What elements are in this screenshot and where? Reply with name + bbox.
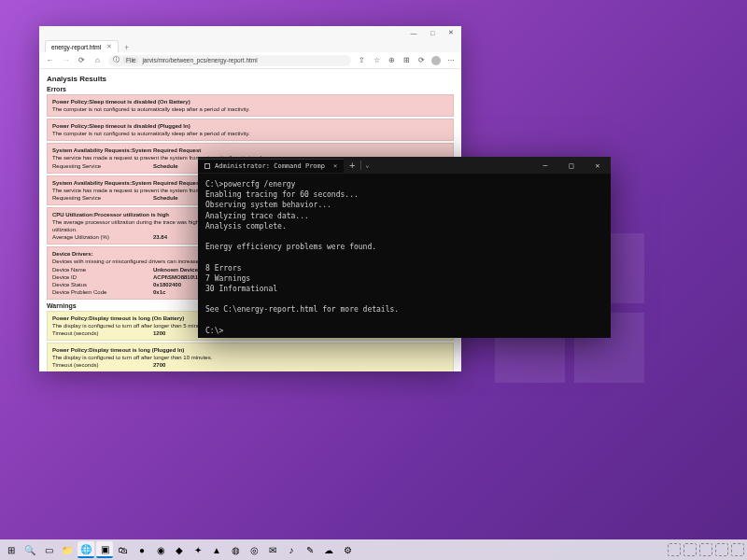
card-title: Power Policy:Sleep timeout is disabled (… xyxy=(52,98,448,105)
taskbar-app10[interactable]: ☁ xyxy=(320,541,337,558)
terminal-new-tab-button[interactable]: + xyxy=(344,161,360,171)
forward-icon[interactable]: → xyxy=(61,55,71,65)
row-label: Device Problem Code xyxy=(52,288,146,296)
taskbar-store[interactable]: 🛍 xyxy=(115,541,132,558)
back-icon[interactable]: ← xyxy=(45,55,55,65)
taskbar-explorer[interactable]: 📁 xyxy=(59,541,76,558)
taskbar: ⊞🔍▭📁🌐▣🛍●◉◆✦▲◍◎✉♪✎☁⚙ xyxy=(0,539,747,560)
chevron-down-icon[interactable]: ⌄ xyxy=(361,161,373,169)
tray-placeholder[interactable] xyxy=(715,543,728,556)
terminal-close-button[interactable]: ✕ xyxy=(585,157,611,174)
card-row: Timeout (seconds)2700 xyxy=(52,361,448,369)
row-label: Timeout (seconds) xyxy=(52,329,146,337)
card-title: Power Policy:Sleep timeout is disabled (… xyxy=(52,122,448,130)
terminal-maximize-button[interactable]: □ xyxy=(558,157,585,174)
card-desc: The computer is not configured to automa… xyxy=(52,130,448,137)
terminal-window: Administrator: Command Promp ✕ + ⌄ — □ ✕… xyxy=(198,157,611,338)
refresh-icon[interactable]: ⟳ xyxy=(77,55,87,65)
taskbar-app1[interactable]: ● xyxy=(134,541,150,558)
row-label: Average Utilization (%) xyxy=(52,233,146,241)
card-desc: The computer is not configured to automa… xyxy=(52,105,448,113)
tab-title: energy-report.html xyxy=(51,44,101,50)
taskbar-edge[interactable]: 🌐 xyxy=(78,541,94,558)
browser-minimize-button[interactable]: — xyxy=(409,28,418,37)
row-label: Device Status xyxy=(52,281,146,288)
card-title: System Availability Requests:System Requ… xyxy=(52,147,448,154)
browser-tab[interactable]: energy-report.html ✕ xyxy=(45,40,119,52)
taskbar-chrome[interactable]: ◉ xyxy=(152,541,169,558)
taskbar-app4[interactable]: ▲ xyxy=(208,541,225,558)
row-label: Requesting Service xyxy=(52,194,146,202)
taskbar-app2[interactable]: ◆ xyxy=(171,541,188,558)
terminal-tab-title: Administrator: Command Promp xyxy=(215,162,325,170)
browser-toolbar: ← → ⟳ ⌂ ⓘ File jarvis/mro/between_pcs/en… xyxy=(39,52,461,69)
sync-icon[interactable]: ⟳ xyxy=(416,55,427,65)
row-value: 1200 xyxy=(153,329,165,337)
taskbar-tray xyxy=(668,543,744,556)
tray-placeholder[interactable] xyxy=(731,543,744,556)
taskbar-app6[interactable]: ◎ xyxy=(246,541,262,558)
browser-toolbar-right: ⇪ ☆ ⊕ ⊞ ⟳ ⋯ xyxy=(357,55,456,65)
errors-heading: Errors xyxy=(47,86,454,92)
collections-icon[interactable]: ⊕ xyxy=(387,55,397,65)
close-icon[interactable]: ✕ xyxy=(330,162,337,170)
row-label: Device Name xyxy=(52,266,146,273)
row-label: Requesting Service xyxy=(52,162,146,170)
row-value: Schedule xyxy=(153,194,178,202)
browser-close-button[interactable]: ✕ xyxy=(446,28,456,37)
row-label: Timeout (seconds) xyxy=(52,361,146,369)
close-icon[interactable]: ✕ xyxy=(106,43,112,50)
terminal-output[interactable]: C:\>powercfg /energy Enabling tracing fo… xyxy=(198,174,611,338)
read-aloud-icon[interactable]: ⇪ xyxy=(357,55,367,65)
terminal-titlebar: Administrator: Command Promp ✕ + ⌄ — □ ✕ xyxy=(198,157,611,174)
taskbar-app9[interactable]: ✎ xyxy=(302,541,318,558)
taskbar-app11[interactable]: ⚙ xyxy=(339,541,356,558)
tray-placeholder[interactable] xyxy=(684,543,697,556)
tray-placeholder[interactable] xyxy=(699,543,712,556)
row-value: ACPI\SMO8810\1 xyxy=(153,273,198,281)
browser-titlebar: — □ ✕ xyxy=(39,26,461,39)
terminal-minimize-button[interactable]: — xyxy=(532,157,558,174)
analysis-heading: Analysis Results xyxy=(47,75,454,83)
favorite-icon[interactable]: ☆ xyxy=(372,55,382,65)
url-scheme-pill: File xyxy=(123,57,138,63)
row-value: Unknown Device xyxy=(153,266,198,273)
browser-new-tab-button[interactable]: + xyxy=(120,43,133,52)
address-bar[interactable]: ⓘ File jarvis/mro/between_pcs/energy-rep… xyxy=(108,55,351,66)
row-value: Schedule xyxy=(153,162,178,170)
taskbar-search[interactable]: 🔍 xyxy=(21,541,38,558)
extensions-icon[interactable]: ⊞ xyxy=(402,55,412,65)
browser-tabstrip: energy-report.html ✕ + xyxy=(39,39,461,52)
terminal-tab[interactable]: Administrator: Command Promp ✕ xyxy=(198,159,344,173)
card-title: Power Policy:Display timeout is long (Pl… xyxy=(52,346,448,354)
home-icon[interactable]: ⌂ xyxy=(92,55,103,65)
url-text: jarvis/mro/between_pcs/energy-report.htm… xyxy=(142,57,257,63)
info-icon: ⓘ xyxy=(113,56,120,64)
cmd-icon xyxy=(204,163,210,169)
report-card: Power Policy:Sleep timeout is disabled (… xyxy=(47,119,454,141)
taskbar-app8[interactable]: ♪ xyxy=(283,541,300,558)
menu-icon[interactable]: ⋯ xyxy=(445,55,456,65)
browser-maximize-button[interactable]: □ xyxy=(428,28,437,37)
tray-placeholder[interactable] xyxy=(668,543,681,556)
card-desc: The display is configured to turn off af… xyxy=(52,354,448,361)
taskbar-taskview[interactable]: ▭ xyxy=(40,541,57,558)
row-value: 0x1802400 xyxy=(153,281,181,288)
row-value: 0x1c xyxy=(153,288,165,296)
report-card: Power Policy:Display timeout is long (Pl… xyxy=(47,343,454,371)
row-label: Device ID xyxy=(52,273,146,281)
taskbar-terminal[interactable]: ▣ xyxy=(96,541,113,558)
taskbar-app7[interactable]: ✉ xyxy=(264,541,281,558)
taskbar-start[interactable]: ⊞ xyxy=(3,541,20,558)
report-card: Power Policy:Sleep timeout is disabled (… xyxy=(47,94,454,117)
profile-avatar[interactable] xyxy=(431,56,441,65)
terminal-system-buttons: — □ ✕ xyxy=(532,157,611,174)
taskbar-app5[interactable]: ◍ xyxy=(227,541,244,558)
taskbar-app3[interactable]: ✦ xyxy=(190,541,206,558)
row-value: 23.84 xyxy=(153,233,167,241)
row-value: 2700 xyxy=(153,361,165,369)
